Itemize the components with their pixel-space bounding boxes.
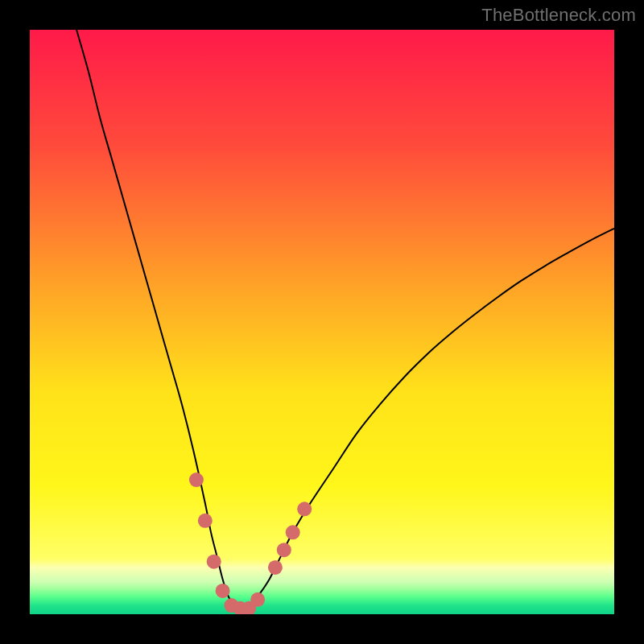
highlight-marker [268,560,283,575]
highlight-marker [189,473,204,487]
chart-svg [30,30,614,614]
chart-plot-area [30,30,614,614]
highlight-marker [286,525,300,539]
watermark-text: TheBottleneck.com [481,5,636,26]
highlight-marker [198,514,213,528]
highlight-marker [297,502,312,516]
highlight-marker [250,592,265,607]
highlight-marker [207,555,221,569]
chart-background [30,30,614,614]
highlight-marker [277,543,291,557]
highlight-marker [216,584,230,598]
outer-frame: TheBottleneck.com [0,0,644,644]
